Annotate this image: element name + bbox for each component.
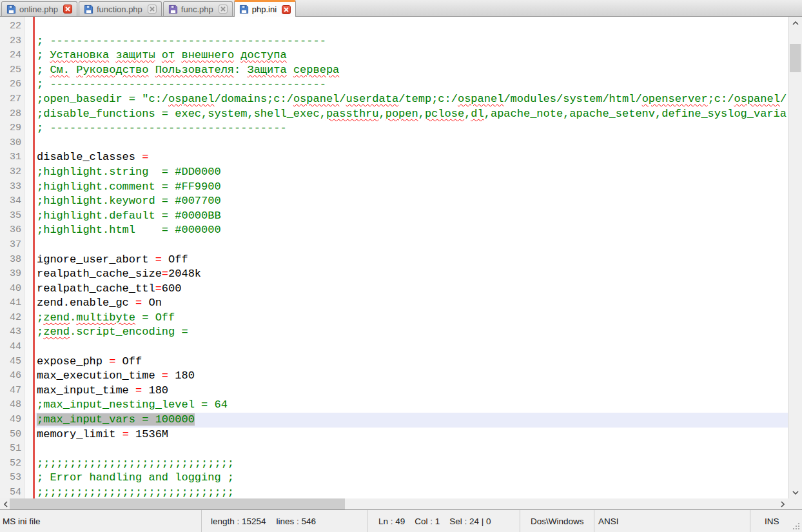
code-line-44[interactable]: 44 xyxy=(0,340,788,355)
code-line-48[interactable]: 48;max_input_nesting_level = 64 xyxy=(0,398,788,413)
code-line-22[interactable]: 22 xyxy=(0,19,788,34)
margin-gap xyxy=(24,486,35,498)
code-line-40[interactable]: 40realpath_cache_ttl=600 xyxy=(0,282,788,297)
line-number: 23 xyxy=(0,34,24,49)
code-line-33[interactable]: 33;highlight.comment = #FF9900 xyxy=(0,180,788,195)
line-text: ; См. Руководство Пользователя: Защита с… xyxy=(35,63,788,78)
margin-gap xyxy=(24,325,35,340)
tab-function-php[interactable]: function.php xyxy=(79,1,162,16)
save-state-floppy-icon xyxy=(6,5,16,14)
tab-close-icon[interactable] xyxy=(63,5,72,14)
scroll-right-icon[interactable] xyxy=(777,498,788,509)
code-line-34[interactable]: 34;highlight.keyword = #007700 xyxy=(0,194,788,209)
tab-close-icon[interactable] xyxy=(148,5,157,14)
line-number: 27 xyxy=(0,92,24,107)
margin-gap xyxy=(24,165,35,180)
line-text: ignore_user_abort = Off xyxy=(35,253,788,268)
code-line-49[interactable]: 49;max_input_vars = 100000 xyxy=(0,413,788,428)
line-number: 31 xyxy=(0,150,24,165)
code-line-47[interactable]: 47max_input_time = 180 xyxy=(0,384,788,399)
scroll-down-icon[interactable] xyxy=(788,486,802,498)
code-line-37[interactable]: 37 xyxy=(0,238,788,253)
code-line-30[interactable]: 30 xyxy=(0,136,788,151)
line-text: ;highlight.keyword = #007700 xyxy=(35,194,788,209)
horizontal-scroll-thumb[interactable] xyxy=(10,498,345,509)
resize-grip[interactable] xyxy=(788,510,802,532)
line-number: 41 xyxy=(0,296,24,311)
code-line-35[interactable]: 35;highlight.default = #0000BB xyxy=(0,209,788,224)
code-line-38[interactable]: 38ignore_user_abort = Off xyxy=(0,253,788,268)
status-insert-mode[interactable]: INS xyxy=(750,510,788,532)
lines-label: lines : 546 xyxy=(277,517,317,526)
margin-gap xyxy=(24,194,35,209)
line-text: expose_php = Off xyxy=(35,355,788,369)
line-number: 38 xyxy=(0,253,24,268)
line-number: 32 xyxy=(0,165,24,180)
code-line-32[interactable]: 32;highlight.string = #DD0000 xyxy=(0,165,788,180)
code-line-28[interactable]: 28;disable_functions = exec,system,shell… xyxy=(0,107,788,122)
code-line-24[interactable]: 24; Установка защиты от внешнего доступа xyxy=(0,48,788,63)
tab-php-ini[interactable]: php.ini xyxy=(234,0,296,17)
line-text: ; --------------------------------------… xyxy=(35,77,788,92)
code-line-39[interactable]: 39realpath_cache_size=2048k xyxy=(0,267,788,282)
status-doc-type: MS ini file xyxy=(0,510,202,532)
line-number: 22 xyxy=(0,19,24,34)
code-line-45[interactable]: 45expose_php = Off xyxy=(0,355,788,369)
tab-close-icon[interactable] xyxy=(219,5,228,14)
line-number: 45 xyxy=(0,355,24,369)
code-line-26[interactable]: 26; ------------------------------------… xyxy=(0,77,788,92)
scroll-up-icon[interactable] xyxy=(788,17,802,29)
code-line-23[interactable]: 23; ------------------------------------… xyxy=(0,34,788,49)
length-label: length : 15254 xyxy=(211,517,266,526)
line-position-label: Ln : 49 xyxy=(378,517,405,526)
code-line-42[interactable]: 42;zend.multibyte = Off xyxy=(0,311,788,326)
line-text: realpath_cache_ttl=600 xyxy=(35,282,788,297)
tab-label: func.php xyxy=(181,5,213,14)
vertical-scroll-thumb[interactable] xyxy=(790,44,801,72)
margin-gap xyxy=(24,180,35,195)
code-line-50[interactable]: 50memory_limit = 1536M xyxy=(0,428,788,442)
code-line-36[interactable]: 36;highlight.html = #000000 xyxy=(0,223,788,238)
line-text xyxy=(35,442,788,457)
line-text: ;highlight.string = #DD0000 xyxy=(35,165,788,180)
editor-pane[interactable]: 2223; ----------------------------------… xyxy=(0,17,788,498)
line-text xyxy=(35,19,788,34)
code-line-25[interactable]: 25; См. Руководство Пользователя: Защита… xyxy=(0,63,788,78)
tab-bar: online.php function.php func.php php.ini xyxy=(0,0,802,17)
code-line-43[interactable]: 43;zend.script_encoding = xyxy=(0,325,788,340)
tab-func-php[interactable]: func.php xyxy=(163,1,233,16)
notepad-plus-plus-window: { "tab_bar": { "tabs": [ { "label": "onl… xyxy=(0,0,802,532)
margin-gap xyxy=(24,238,35,253)
code-line-41[interactable]: 41zend.enable_gc = On xyxy=(0,296,788,311)
tab-close-icon[interactable] xyxy=(282,5,291,14)
column-position-label: Col : 1 xyxy=(415,517,440,526)
code-line-54[interactable]: 54;;;;;;;;;;;;;;;;;;;;;;;;;;;;;; xyxy=(0,486,788,498)
code-line-53[interactable]: 53; Error handling and logging ; xyxy=(0,471,788,486)
line-text: ;open_basedir = "c:/ospanel/domains;c:/o… xyxy=(35,92,788,107)
tab-label: online.php xyxy=(19,5,58,14)
line-text: max_execution_time = 180 xyxy=(35,369,788,384)
status-eol-format: Dos\Windows xyxy=(520,510,594,532)
code-line-46[interactable]: 46max_execution_time = 180 xyxy=(0,369,788,384)
margin-gap xyxy=(24,121,35,136)
vertical-scrollbar[interactable] xyxy=(788,17,802,498)
code-line-51[interactable]: 51 xyxy=(0,442,788,457)
code-line-27[interactable]: 27;open_basedir = "c:/ospanel/domains;c:… xyxy=(0,92,788,107)
line-text: ;zend.script_encoding = xyxy=(35,325,788,340)
horizontal-scrollbar[interactable] xyxy=(0,498,788,509)
margin-gap xyxy=(24,457,35,471)
line-number: 51 xyxy=(0,442,24,457)
line-text: memory_limit = 1536M xyxy=(35,428,788,442)
tab-label: php.ini xyxy=(252,5,277,14)
save-state-floppy-icon xyxy=(84,5,93,14)
status-caret-position: Ln : 49 Col : 1 Sel : 24 | 0 xyxy=(367,510,520,532)
line-text: ;highlight.comment = #FF9900 xyxy=(35,180,788,195)
code-line-52[interactable]: 52;;;;;;;;;;;;;;;;;;;;;;;;;;;;;; xyxy=(0,457,788,471)
tab-online-php[interactable]: online.php xyxy=(1,1,77,16)
line-number: 33 xyxy=(0,180,24,195)
selection-info-label: Sel : 24 | 0 xyxy=(449,517,491,526)
scrollbar-corner xyxy=(788,498,802,509)
code-line-29[interactable]: 29; ------------------------------------ xyxy=(0,121,788,136)
code-line-31[interactable]: 31disable_classes = xyxy=(0,150,788,165)
margin-gap xyxy=(24,398,35,413)
